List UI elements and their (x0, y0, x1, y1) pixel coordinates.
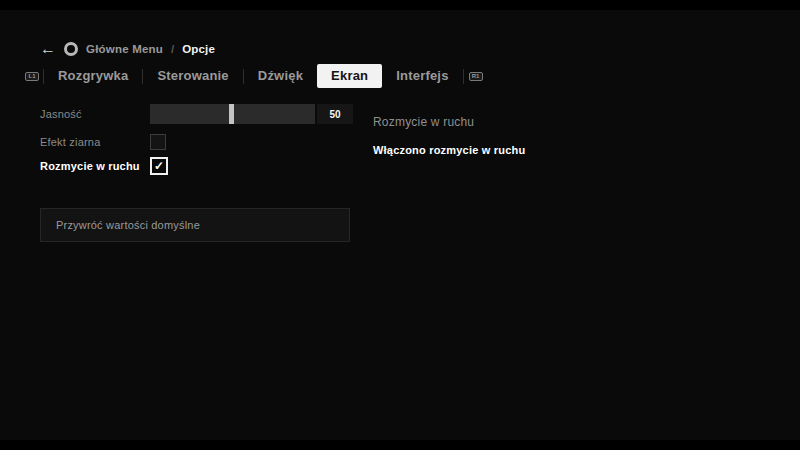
tab-interfejs[interactable]: Interfejs (382, 64, 462, 88)
motion-blur-label: Rozmycie w ruchu (40, 160, 150, 172)
motion-blur-checkbox[interactable]: ✓ (150, 157, 168, 175)
breadcrumb-parent[interactable]: Główne Menu (86, 43, 163, 55)
film-grain-label: Efekt ziarna (40, 136, 150, 148)
brightness-slider[interactable]: 50 (150, 104, 353, 124)
brightness-slider-thumb[interactable] (229, 104, 234, 124)
back-arrow-icon[interactable]: ← (40, 40, 56, 58)
settings-list: Jasność 50 Efekt ziarna Rozmycie w ruchu… (40, 104, 355, 175)
brightness-slider-track[interactable] (150, 104, 315, 124)
tab-ekran[interactable]: Ekran (317, 64, 382, 88)
motion-blur-row: Rozmycie w ruchu ✓ (40, 157, 355, 175)
film-grain-row: Efekt ziarna (40, 133, 355, 150)
tab-bar: L1 Rozgrywka Sterowanie Dźwięk Ekran Int… (25, 64, 483, 88)
r1-bumper-icon[interactable]: R1 (469, 72, 483, 81)
breadcrumb: ← Główne Menu / Opcje (40, 40, 215, 58)
film-grain-checkbox[interactable] (150, 134, 166, 150)
brightness-value: 50 (317, 104, 353, 124)
breadcrumb-current: Opcje (182, 43, 215, 55)
options-screen: ← Główne Menu / Opcje L1 Rozgrywka Stero… (0, 10, 800, 440)
tab-sterowanie[interactable]: Sterowanie (143, 64, 242, 88)
info-panel-title: Rozmycie w ruchu (373, 115, 673, 129)
reset-defaults-button[interactable]: Przywróć wartości domyślne (40, 208, 350, 242)
circle-button-icon (64, 42, 78, 56)
brightness-row: Jasność 50 (40, 104, 355, 124)
tab-divider (463, 69, 464, 84)
brightness-label: Jasność (40, 108, 150, 120)
breadcrumb-separator: / (171, 43, 174, 55)
l1-bumper-icon[interactable]: L1 (25, 72, 39, 81)
tab-dzwiek[interactable]: Dźwięk (244, 64, 317, 88)
info-panel-description: Włączono rozmycie w ruchu (373, 144, 673, 156)
tab-rozgrywka[interactable]: Rozgrywka (44, 64, 142, 88)
info-panel: Rozmycie w ruchu Włączono rozmycie w ruc… (373, 115, 673, 156)
